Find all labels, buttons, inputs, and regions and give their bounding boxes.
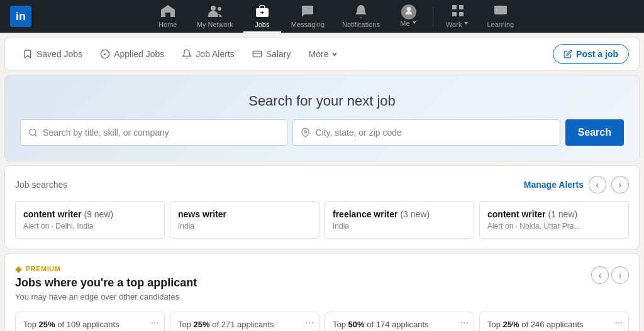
svg-rect-12 bbox=[253, 51, 261, 57]
job-search-cards: content writer (9 new) Alert on · Delhi,… bbox=[15, 201, 629, 239]
premium-card-0[interactable]: ··· Top 25% of 109 applicants ↺ bbox=[15, 312, 165, 331]
premium-prev-arrow[interactable]: ‹ bbox=[591, 266, 609, 284]
premium-card-stat-3: Top 25% of 246 applicants bbox=[487, 320, 621, 329]
tabs-left: Saved Jobs Applied Jobs Job Alerts Salar… bbox=[15, 44, 553, 64]
title-search-wrap bbox=[20, 119, 287, 146]
prev-arrow[interactable]: ‹ bbox=[589, 176, 606, 193]
search-inputs: Search bbox=[20, 119, 624, 146]
tab-saved-jobs[interactable]: Saved Jobs bbox=[15, 44, 90, 64]
chevron-down-work-icon bbox=[463, 20, 469, 26]
manage-alerts-link[interactable]: Manage Alerts bbox=[524, 180, 584, 190]
search-hero: Search for your next job Search bbox=[5, 75, 639, 161]
more-options-3[interactable]: ··· bbox=[615, 317, 623, 328]
checkmark-icon bbox=[100, 49, 110, 59]
title-search-input[interactable] bbox=[43, 128, 279, 138]
linkedin-logo[interactable]: in bbox=[10, 6, 31, 27]
nav-item-messaging-label: Messaging bbox=[291, 21, 325, 28]
job-search-card-title-1: news writer bbox=[178, 209, 311, 219]
svg-rect-10 bbox=[494, 6, 507, 14]
premium-cards: ··· Top 25% of 109 applicants ↺ ··· Top … bbox=[15, 312, 629, 331]
tab-job-alerts-label: Job Alerts bbox=[196, 49, 234, 59]
job-search-card-0[interactable]: content writer (9 new) Alert on · Delhi,… bbox=[15, 201, 165, 239]
job-search-card-2[interactable]: freelance writer (3 new) India bbox=[325, 201, 474, 239]
nav-item-messaging[interactable]: Messaging bbox=[284, 0, 332, 33]
job-searches-title: Job searches bbox=[15, 180, 67, 190]
premium-card-3[interactable]: ··· Top 25% of 246 applicants bbox=[479, 312, 629, 331]
nav-item-learning-label: Learning bbox=[487, 21, 514, 28]
nav-divider bbox=[433, 6, 433, 26]
premium-next-arrow[interactable]: › bbox=[611, 266, 629, 284]
bell-small-icon bbox=[182, 49, 192, 59]
job-search-card-1[interactable]: news writer India bbox=[170, 201, 319, 239]
premium-section: ◆ PREMIUM Jobs where you're a top applic… bbox=[5, 254, 639, 331]
svg-point-14 bbox=[30, 129, 36, 135]
premium-card-stat-0: Top 25% of 109 applicants bbox=[23, 320, 157, 329]
bookmark-icon bbox=[23, 49, 33, 59]
location-search-wrap bbox=[292, 119, 560, 146]
svg-rect-7 bbox=[459, 5, 464, 9]
nav-item-home[interactable]: Home bbox=[149, 0, 187, 33]
svg-rect-6 bbox=[452, 5, 457, 9]
svg-point-16 bbox=[304, 131, 307, 133]
post-job-button[interactable]: Post a job bbox=[553, 44, 629, 64]
svg-line-15 bbox=[35, 134, 36, 136]
nav-item-network[interactable]: My Network bbox=[189, 0, 241, 33]
jobs-icon bbox=[255, 4, 270, 19]
diamond-icon: ◆ bbox=[15, 264, 22, 274]
more-options-2[interactable]: ··· bbox=[460, 317, 469, 328]
location-search-input[interactable] bbox=[315, 128, 552, 138]
nav-item-notifications[interactable]: Notifications bbox=[335, 0, 387, 33]
more-options-0[interactable]: ··· bbox=[151, 317, 159, 328]
job-search-card-sub-0: Alert on · Delhi, India bbox=[23, 222, 157, 231]
tab-job-alerts[interactable]: Job Alerts bbox=[174, 44, 242, 64]
nav-item-jobs[interactable]: Jobs bbox=[243, 0, 281, 33]
svg-rect-9 bbox=[459, 12, 464, 16]
premium-card-1[interactable]: ··· Top 25% of 271 applicants SERVOTEC bbox=[170, 312, 319, 331]
job-search-card-sub-1: India bbox=[178, 222, 311, 231]
nav-item-home-label: Home bbox=[158, 21, 177, 28]
svg-point-0 bbox=[211, 6, 216, 11]
chevron-down-icon bbox=[411, 19, 418, 26]
search-button[interactable]: Search bbox=[565, 119, 624, 146]
premium-card-stat-1: Top 25% of 271 applicants bbox=[178, 320, 311, 329]
next-arrow[interactable]: › bbox=[611, 176, 629, 193]
tabs-bar: Saved Jobs Applied Jobs Job Alerts Salar… bbox=[5, 38, 639, 70]
navbar: in Home My Network Jobs Messaging Notifi… bbox=[0, 0, 644, 33]
search-hero-title: Search for your next job bbox=[20, 93, 624, 109]
tab-salary-label: Salary bbox=[266, 49, 291, 59]
nav-items: Home My Network Jobs Messaging Notificat… bbox=[36, 0, 634, 33]
learning-icon bbox=[493, 4, 508, 19]
tab-applied-jobs-label: Applied Jobs bbox=[114, 49, 164, 59]
bell-icon bbox=[353, 4, 369, 19]
premium-heading: Jobs where you're a top applicant bbox=[15, 276, 197, 290]
svg-rect-8 bbox=[452, 12, 457, 16]
location-icon bbox=[301, 128, 310, 138]
nav-item-network-label: My Network bbox=[197, 21, 233, 28]
tab-salary[interactable]: Salary bbox=[245, 44, 299, 64]
job-search-card-title-2: freelance writer (3 new) bbox=[333, 209, 466, 219]
messaging-icon bbox=[300, 4, 315, 19]
main-container: Saved Jobs Applied Jobs Job Alerts Salar… bbox=[5, 33, 639, 331]
tab-applied-jobs[interactable]: Applied Jobs bbox=[92, 44, 172, 64]
premium-sub: You may have an edge over other candidat… bbox=[15, 292, 197, 301]
nav-item-work[interactable]: Work bbox=[438, 0, 477, 33]
nav-item-jobs-label: Jobs bbox=[255, 21, 269, 28]
chevron-down-more-icon bbox=[331, 50, 338, 58]
nav-item-learning[interactable]: Learning bbox=[479, 0, 521, 33]
grid-icon bbox=[450, 3, 465, 18]
more-options-1[interactable]: ··· bbox=[306, 317, 314, 328]
nav-item-me-label: Me bbox=[400, 19, 417, 28]
premium-card-2[interactable]: ··· Top 50% of 174 applicants brandvage bbox=[325, 312, 474, 331]
salary-icon bbox=[252, 49, 262, 59]
svg-point-5 bbox=[407, 7, 411, 11]
job-searches-header: Job searches Manage Alerts ‹ › bbox=[15, 176, 629, 193]
job-search-card-3[interactable]: content writer (1 new) Alert on · Noida,… bbox=[479, 201, 629, 239]
post-job-label: Post a job bbox=[576, 49, 618, 59]
premium-badge: ◆ PREMIUM bbox=[15, 264, 197, 274]
tab-more[interactable]: More bbox=[301, 44, 347, 64]
job-search-card-title-3: content writer (1 new) bbox=[487, 209, 621, 219]
tab-saved-jobs-label: Saved Jobs bbox=[36, 49, 82, 59]
nav-item-me[interactable]: Me bbox=[390, 0, 428, 33]
home-icon bbox=[160, 4, 175, 19]
job-searches-section: Job searches Manage Alerts ‹ › content w… bbox=[5, 166, 639, 249]
